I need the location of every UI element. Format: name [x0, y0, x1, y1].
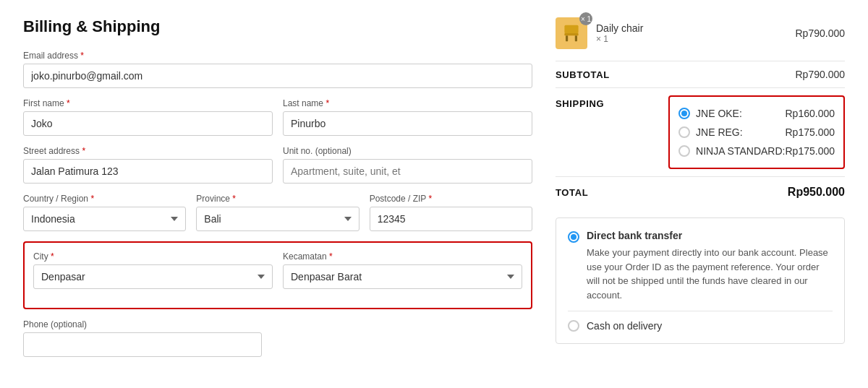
subtotal-row: SUBTOTAL Rp790.000 [556, 61, 845, 87]
shipping-jne-reg-price: Rp175.000 [785, 126, 835, 138]
city-row: City * Denpasar Kecamatan * Denpasar Bar… [33, 251, 522, 299]
province-label: Province * [196, 194, 359, 204]
email-group: Email address * [23, 51, 532, 88]
direct-bank-desc: Make your payment directly into our bank… [587, 246, 833, 302]
phone-group: Phone (optional) [23, 319, 262, 357]
province-select[interactable]: Bali [196, 207, 359, 231]
subtotal-label: SUBTOTAL [556, 69, 610, 80]
postcode-input[interactable] [370, 207, 532, 231]
province-group: Province * Bali [196, 194, 359, 231]
shipping-option-ninja-std[interactable]: NINJA STANDARD: Rp175.000 [678, 142, 835, 160]
payment-divider [568, 311, 833, 311]
direct-bank-info: Direct bank transfer Make your payment d… [587, 230, 833, 302]
phone-input[interactable] [23, 332, 262, 357]
country-select[interactable]: Indonesia [23, 207, 186, 231]
payment-section: Direct bank transfer Make your payment d… [556, 217, 845, 344]
postcode-group: Postcode / ZIP * [370, 194, 532, 231]
street-input[interactable] [23, 159, 273, 184]
kecamatan-group: Kecamatan * Denpasar Barat [283, 251, 522, 289]
billing-shipping-form: Billing & Shipping Email address * First… [23, 17, 532, 371]
shipping-option-jne-oke[interactable]: JNE OKE: Rp160.000 [678, 104, 835, 123]
radio-jne-reg[interactable] [678, 126, 690, 138]
product-name: Daily chair × 1 [596, 22, 786, 44]
first-name-input[interactable] [23, 111, 273, 136]
shipping-row: SHIPPING JNE OKE: Rp160.000 JNE REG: [556, 87, 845, 176]
email-input[interactable] [23, 64, 532, 88]
order-item: × 1 Daily chair × 1 Rp790.000 [556, 17, 845, 49]
radio-jne-oke[interactable] [678, 108, 690, 119]
cash-label: Cash on delivery [587, 320, 662, 332]
country-label: Country / Region * [23, 194, 186, 204]
shipping-option-jne-reg[interactable]: JNE REG: Rp175.000 [678, 123, 835, 142]
city-group: City * Denpasar [33, 251, 273, 289]
subtotal-value: Rp790.000 [795, 69, 845, 80]
address-row: Street address * Unit no. (optional) [23, 146, 532, 194]
unit-group: Unit no. (optional) [283, 146, 532, 184]
city-label: City * [33, 251, 273, 262]
unit-input[interactable] [283, 159, 532, 184]
unit-label: Unit no. (optional) [283, 146, 532, 156]
svg-rect-2 [566, 35, 568, 41]
shipping-jne-oke-price: Rp160.000 [785, 108, 835, 119]
shipping-ninja-std-label: NINJA STANDARD: [696, 145, 785, 157]
shipping-jne-oke-label: JNE OKE: [696, 108, 742, 119]
shipping-jne-reg-label: JNE REG: [696, 126, 743, 138]
svg-rect-0 [564, 25, 578, 33]
direct-bank-title: Direct bank transfer [587, 230, 833, 241]
last-name-input[interactable] [283, 111, 532, 136]
shipping-options-box: JNE OKE: Rp160.000 JNE REG: Rp175.000 [668, 95, 845, 169]
city-select[interactable]: Denpasar [33, 264, 273, 289]
radio-ninja-std[interactable] [678, 145, 690, 157]
cash-option[interactable]: Cash on delivery [568, 320, 833, 332]
direct-bank-transfer-option[interactable]: Direct bank transfer Make your payment d… [568, 230, 833, 302]
last-name-group: Last name * [283, 98, 532, 136]
shipping-ninja-std-price: Rp175.000 [785, 145, 835, 157]
location-row: Country / Region * Indonesia Province * … [23, 194, 532, 241]
svg-rect-3 [575, 35, 577, 41]
page-title: Billing & Shipping [23, 17, 532, 36]
kecamatan-select[interactable]: Denpasar Barat [283, 264, 522, 289]
chair-icon [560, 22, 583, 45]
product-thumbnail: × 1 [556, 17, 587, 49]
first-name-group: First name * [23, 98, 273, 136]
product-quantity-badge: × 1 [579, 12, 592, 25]
last-name-label: Last name * [283, 98, 532, 108]
svg-rect-1 [564, 33, 578, 35]
order-summary: × 1 Daily chair × 1 Rp790.000 SUBTOTAL R… [556, 17, 845, 371]
radio-cash[interactable] [568, 320, 579, 332]
postcode-label: Postcode / ZIP * [370, 194, 532, 204]
total-row: TOTAL Rp950.000 [556, 176, 845, 207]
first-name-label: First name * [23, 98, 273, 108]
street-group: Street address * [23, 146, 273, 184]
email-label: Email address * [23, 51, 532, 61]
street-label: Street address * [23, 146, 273, 156]
radio-direct-bank[interactable] [568, 231, 579, 243]
kecamatan-label: Kecamatan * [283, 251, 522, 262]
total-label: TOTAL [556, 187, 588, 198]
product-qty-label: × 1 [596, 34, 786, 44]
shipping-label: SHIPPING [556, 95, 604, 109]
name-row: First name * Last name * [23, 98, 532, 146]
city-kecamatan-box: City * Denpasar Kecamatan * Denpasar Bar… [23, 241, 532, 309]
product-price: Rp790.000 [795, 27, 845, 39]
total-value: Rp950.000 [788, 186, 845, 199]
phone-label: Phone (optional) [23, 319, 262, 329]
country-group: Country / Region * Indonesia [23, 194, 186, 231]
